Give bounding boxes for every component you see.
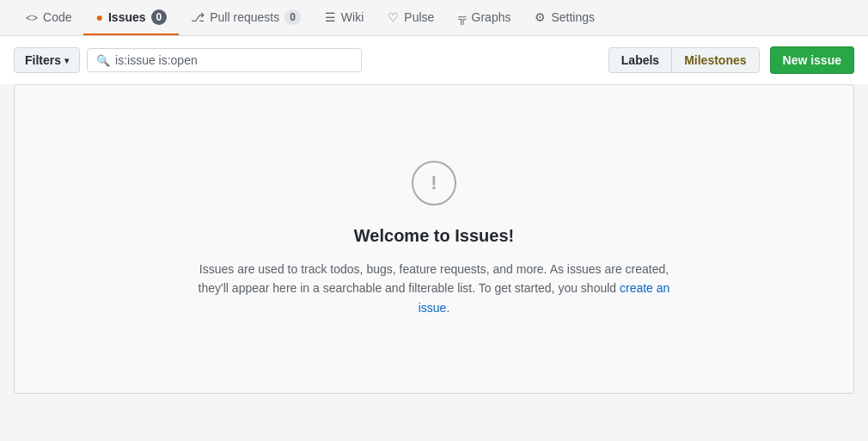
search-input[interactable] — [115, 53, 352, 67]
toolbar-right: Labels Milestones New issue — [608, 46, 854, 74]
issues-badge: 0 — [151, 9, 168, 25]
labels-button[interactable]: Labels — [608, 47, 671, 73]
wiki-icon — [325, 10, 336, 24]
tab-code-label: Code — [43, 10, 71, 24]
empty-state-icon: ! — [412, 161, 456, 205]
labels-milestones-group: Labels Milestones — [608, 47, 760, 73]
empty-state-period: . — [446, 301, 449, 315]
empty-state-text: Issues are used to track todos, bugs, fe… — [199, 262, 669, 295]
filters-label: Filters — [25, 53, 61, 67]
tab-code[interactable]: Code — [14, 0, 83, 35]
issues-icon — [95, 10, 102, 24]
tab-wiki-label: Wiki — [341, 10, 364, 24]
tab-navigation: Code Issues 0 Pull requests 0 Wiki Pulse… — [0, 0, 868, 36]
tab-issues-label: Issues — [108, 10, 146, 24]
graphs-icon — [458, 10, 466, 24]
tab-pull-requests[interactable]: Pull requests 0 — [179, 0, 313, 35]
tab-settings-label: Settings — [551, 10, 595, 24]
pulse-icon — [388, 10, 399, 24]
tab-pulse[interactable]: Pulse — [376, 0, 446, 35]
new-issue-button[interactable]: New issue — [770, 46, 854, 74]
search-box: 🔍 — [87, 48, 362, 72]
tab-pr-label: Pull requests — [210, 10, 279, 24]
filters-button[interactable]: Filters ▾ — [14, 47, 80, 73]
milestones-label: Milestones — [684, 53, 746, 67]
labels-label: Labels — [621, 53, 659, 67]
new-issue-label: New issue — [783, 53, 841, 67]
empty-state: ! Welcome to Issues! Issues are used to … — [176, 109, 692, 369]
toolbar-left: Filters ▾ 🔍 — [14, 47, 362, 73]
issues-toolbar: Filters ▾ 🔍 Labels Milestones New issue — [0, 36, 868, 84]
tab-graphs[interactable]: Graphs — [446, 0, 523, 35]
milestones-button[interactable]: Milestones — [671, 47, 759, 73]
tab-settings[interactable]: Settings — [523, 0, 607, 35]
issues-main-content: ! Welcome to Issues! Issues are used to … — [14, 84, 854, 394]
tab-graphs-label: Graphs — [472, 10, 511, 24]
empty-state-title: Welcome to Issues! — [193, 226, 675, 246]
chevron-down-icon: ▾ — [64, 56, 69, 65]
code-icon — [26, 10, 38, 24]
settings-icon — [535, 10, 546, 24]
tab-issues[interactable]: Issues 0 — [83, 0, 179, 35]
pr-icon — [191, 10, 205, 24]
empty-state-description: Issues are used to track todos, bugs, fe… — [193, 260, 675, 317]
tab-wiki[interactable]: Wiki — [313, 0, 376, 35]
pr-badge: 0 — [284, 9, 301, 25]
search-icon: 🔍 — [96, 54, 110, 67]
tab-pulse-label: Pulse — [404, 10, 434, 24]
